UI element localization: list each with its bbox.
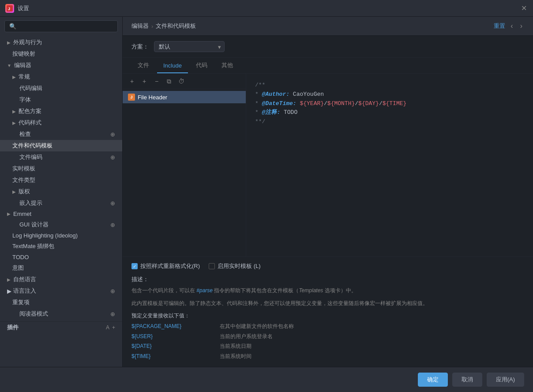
tab-other[interactable]: 其他 [215, 58, 239, 74]
window-title: 设置 [18, 4, 29, 12]
code-line-1: /** [255, 81, 524, 90]
app-logo: J [5, 4, 14, 13]
editor-panel: /** * @Author: CaoYouGen * @DateTime: ${… [246, 74, 533, 256]
copy-button[interactable]: ⧉ [164, 76, 174, 86]
template-panel: + + − ⧉ ⏱ J File Header [123, 74, 246, 256]
breadcrumb-sep: › [151, 23, 153, 30]
sidebar-item-code-edit[interactable]: 代码编辑 [0, 83, 122, 94]
code-line-4: * @注释: TODO [255, 108, 524, 117]
sidebar-item-reader-mode[interactable]: 阅读器模式 ⊕ [0, 308, 122, 320]
cancel-button[interactable]: 取消 [452, 373, 482, 387]
arrow-right-icon5: ▶ [12, 189, 16, 194]
sidebar-item-file-type[interactable]: 文件类型 [0, 174, 122, 186]
template-item-file-header[interactable]: J File Header [123, 91, 246, 103]
sidebar-item-natural-lang[interactable]: ▶ 自然语言 [0, 274, 122, 285]
svg-text:J: J [8, 7, 10, 11]
description-section: 描述： 包含一个代码片段，可以在 #parse 指令的帮助下将其包含在文件模板（… [131, 275, 524, 361]
checkbox-live-template[interactable]: 启用实时模板 (L) [209, 262, 261, 270]
sidebar: 🔍 ▶ 外观与行为 按键映射 ▼ 编辑器 ▶ 常规 代码编辑 [0, 17, 123, 367]
sidebar-item-keymap[interactable]: 按键映射 [0, 48, 122, 60]
title-bar: J 设置 ✕ [0, 0, 533, 17]
arrow-right-icon8: ▶ [7, 288, 11, 294]
sidebar-item-log[interactable]: Log Highlighting (Ideolog) [0, 230, 122, 241]
apply-button[interactable]: 应用(A) [487, 373, 524, 387]
gui-icon: ⊕ [110, 222, 115, 228]
add-copy-button[interactable]: + [139, 76, 149, 86]
sidebar-item-inlay-hint[interactable]: 嵌入提示 ⊕ [0, 197, 122, 209]
checkbox-live-box [209, 263, 215, 269]
sidebar-item-live-template[interactable]: 实时模板 [0, 163, 122, 174]
template-list: J File Header [123, 89, 246, 256]
arrow-right-icon2: ▶ [12, 75, 16, 79]
var-package-name: ${PACKAGE_NAME} [131, 322, 211, 331]
desc-label: 描述： [131, 275, 524, 284]
sidebar-item-file-template[interactable]: 文件和代码模板 [0, 140, 122, 151]
checkbox-reformat[interactable]: ✓ 按照样式重新格式化(R) [131, 262, 200, 270]
inspect-add-icon: ⊕ [110, 131, 115, 138]
scheme-label: 方案： [131, 43, 149, 51]
sidebar-item-code-style[interactable]: ▶ 代码样式 [0, 117, 122, 128]
arrow-right-icon7: ▶ [7, 277, 11, 282]
history-button[interactable]: ⏱ [176, 76, 186, 86]
arrow-right-icon4: ▶ [12, 121, 16, 125]
var-user-desc: 当前的用户系统登录名 [220, 332, 273, 341]
sidebar-item-emmet[interactable]: ▶ Emmet [0, 209, 122, 219]
add-button[interactable]: + [127, 76, 137, 86]
sidebar-item-lang-inject[interactable]: ▶ 语言注入 ⊕ [0, 285, 122, 297]
search-icon: 🔍 [9, 23, 16, 30]
scheme-select-wrap: 默认 [154, 41, 225, 52]
desc-text1: 包含一个代码片段，可以在 #parse 指令的帮助下将其包含在文件模板（Temp… [131, 286, 524, 295]
ok-button[interactable]: 确定 [418, 373, 448, 387]
sidebar-item-todo[interactable]: TODO [0, 252, 122, 262]
inlay-icon: ⊕ [110, 200, 115, 207]
arrow-right-icon6: ▶ [7, 211, 11, 216]
tab-include[interactable]: Include [157, 59, 188, 73]
footer: 确定 取消 应用(A) [0, 367, 533, 392]
close-button[interactable]: ✕ [520, 4, 528, 12]
breadcrumb: 编辑器 › 文件和代码模板 [131, 22, 196, 30]
back-button[interactable]: ‹ [509, 21, 514, 31]
checkbox-reformat-label: 按照样式重新格式化(R) [140, 262, 200, 270]
var-time-desc: 当前系统时间 [220, 352, 251, 361]
code-line-3: * @DateTime: ${YEAR}/${MONTH}/${DAY}/${T… [255, 99, 524, 109]
arrow-down-icon: ▼ [7, 63, 11, 68]
plugin-icons: A + [106, 324, 115, 331]
var-row-date: ${DATE} 当前系统日期 [131, 342, 524, 351]
reset-button[interactable]: 重置 [494, 22, 505, 30]
sidebar-item-inspect[interactable]: 检查 ⊕ [0, 128, 122, 140]
breadcrumb-template: 文件和代码模板 [156, 22, 196, 30]
code-editor[interactable]: /** * @Author: CaoYouGen * @DateTime: ${… [246, 74, 533, 256]
var-row-time: ${TIME} 当前系统时间 [131, 352, 524, 361]
search-box[interactable]: 🔍 [4, 20, 118, 32]
sidebar-item-editor[interactable]: ▼ 编辑器 [0, 60, 122, 71]
tab-code[interactable]: 代码 [190, 58, 214, 74]
remove-button[interactable]: − [152, 76, 161, 86]
checkbox-reformat-box: ✓ [131, 263, 138, 269]
sidebar-item-color[interactable]: ▶ 配色方案 [0, 106, 122, 117]
sidebar-item-textmate[interactable]: TextMate 插绑包 [0, 241, 122, 252]
plugin-icon-a: A [106, 324, 109, 331]
var-row-package: ${PACKAGE_NAME} 在其中创建新文件的软件包名称 [131, 322, 524, 331]
breadcrumb-editor: 编辑器 [131, 22, 149, 30]
sidebar-item-gui[interactable]: GUI 设计器 ⊕ [0, 219, 122, 230]
scheme-select[interactable]: 默认 [154, 41, 225, 52]
sidebar-item-copyright[interactable]: ▶ 版权 [0, 186, 122, 197]
code-line-5: **/ [255, 117, 524, 127]
sidebar-item-font[interactable]: 字体 [0, 94, 122, 106]
sidebar-item-repeat[interactable]: 重复项 [0, 297, 122, 308]
forward-button[interactable]: › [518, 21, 524, 31]
encoding-icon: ⊕ [110, 154, 115, 161]
tab-files[interactable]: 文件 [131, 58, 155, 74]
content-header: 编辑器 › 文件和代码模板 重置 ‹ › [123, 17, 533, 36]
sidebar-item-yitu[interactable]: 意图 [0, 262, 122, 274]
search-input[interactable] [19, 23, 113, 30]
var-row-user: ${USER} 当前的用户系统登录名 [131, 332, 524, 341]
code-line-2: * @Author: CaoYouGen [255, 90, 524, 99]
sidebar-item-appearance[interactable]: ▶ 外观与行为 [0, 37, 122, 48]
reader-icon: ⊕ [110, 311, 115, 317]
bottom-section: ✓ 按照样式重新格式化(R) 启用实时模板 (L) 描述： 包含一个代码片段，可… [123, 256, 533, 367]
sidebar-item-file-encoding[interactable]: 文件编码 ⊕ [0, 151, 122, 163]
italic-templates: Templates [299, 287, 323, 294]
var-date-desc: 当前系统日期 [220, 342, 251, 351]
sidebar-item-general[interactable]: ▶ 常规 [0, 71, 122, 83]
